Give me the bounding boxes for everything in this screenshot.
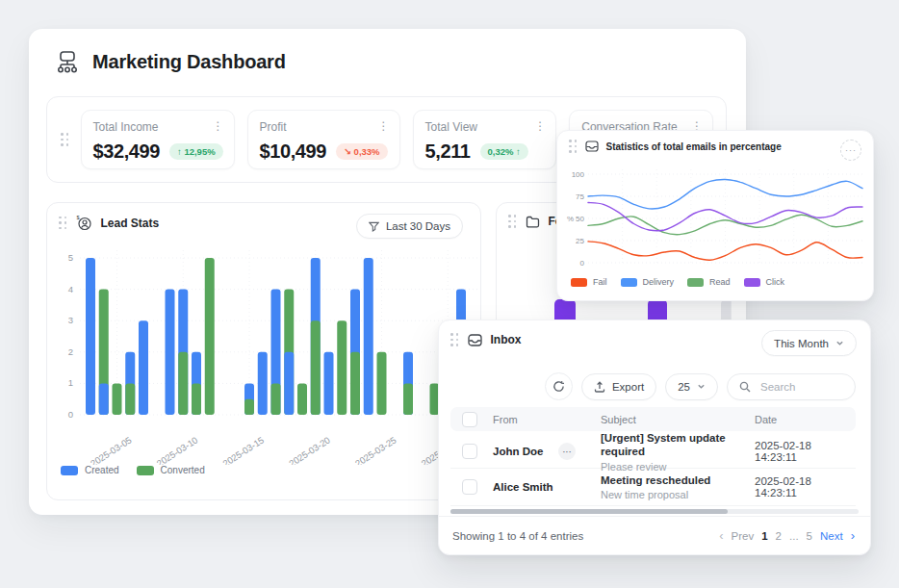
drag-handle[interactable] [508,215,517,228]
email-stats-legend: Fail Delivery Read Click [571,277,784,287]
trend-badge: ↘ 0,33% [336,143,388,160]
email-stats-chart: 0255075100% [563,156,869,273]
sender-name: Alice Smith [493,481,553,493]
table-row[interactable]: Alice Smith Meeting rescheduled New time… [450,469,856,506]
email-subject: Meeting rescheduled [601,473,751,487]
export-button[interactable]: Export [581,373,656,400]
svg-text:2025-03-25: 2025-03-25 [353,434,398,465]
drag-handle[interactable] [569,140,578,153]
click-legend-swatch [744,278,760,287]
read-legend-swatch [687,278,704,287]
last-30-days-filter-button[interactable]: Last 30 Days [356,214,463,239]
legend-label: Read [709,277,731,287]
page-1-button[interactable]: 1 [761,530,767,542]
drag-handle[interactable] [59,217,67,230]
drag-handle[interactable] [450,333,459,346]
column-header-date: Date [751,414,856,425]
delivery-legend-swatch [621,278,637,287]
folder-icon [526,216,540,228]
inbox-panel: Inbox This Month [438,320,871,555]
trend-badge: ↑ 12,95% [169,143,223,160]
legend-label: Created [85,465,119,475]
svg-text:75: 75 [576,192,584,201]
svg-text:3: 3 [68,315,73,325]
sitemap-icon [54,48,81,75]
inbox-table: From Subject Date John Doe ··· [Urgent] … [450,407,856,506]
filter-label: Last 30 Days [386,220,450,232]
prev-arrow[interactable]: ‹ [719,528,723,543]
svg-text:2: 2 [68,346,73,357]
legend-label: Click [766,277,785,287]
email-stats-panel: Statistics of total emails in percentage… [556,130,874,301]
inbox-title: Inbox [491,333,522,346]
page-5-button[interactable]: 5 [807,530,812,542]
svg-text:2025-03-10: 2025-03-10 [155,434,200,465]
next-button[interactable]: Next [820,530,843,542]
inbox-icon [468,334,482,346]
svg-text:0: 0 [580,259,585,268]
period-value: This Month [774,338,829,349]
svg-text:1: 1 [68,377,73,388]
column-header-subject: Subject [597,414,751,425]
lead-user-icon: $ [76,215,92,231]
mail-icon [585,141,599,152]
svg-text:4: 4 [68,284,73,294]
stat-card-total-view: Total View ⋮ 5,211 0,32% ↑ [413,110,557,169]
kebab-menu-icon[interactable]: ⋮ [532,118,548,134]
svg-text:$: $ [76,215,79,220]
svg-text:%: % [567,215,574,223]
column-header-from: From [489,414,597,425]
row-more-button[interactable]: ··· [558,443,576,460]
table-row[interactable]: John Doe ··· [Urgent] System update requ… [450,431,856,469]
lead-stats-chart: 0123452025-03-052025-03-102025-03-152025… [47,238,482,465]
page-size-value: 25 [678,381,690,393]
scrollbar-thumb[interactable] [450,509,728,514]
select-all-checkbox[interactable] [462,412,477,427]
svg-text:25: 25 [576,237,584,245]
row-checkbox[interactable] [462,444,477,459]
converted-legend-swatch [137,466,154,475]
email-preview: Please review [601,461,751,473]
next-arrow[interactable]: › [851,528,855,543]
legend-label: Converted [161,465,205,475]
refresh-button[interactable] [545,372,573,400]
inbox-toolbar: Export 25 [439,372,856,400]
stat-card-total-income: Total Income ⋮ $32,499 ↑ 12,95% [81,110,235,169]
svg-text:2025-03-20: 2025-03-20 [287,434,332,465]
page-ellipsis: ... [789,530,799,542]
email-subject: [Urgent] System update required [601,431,751,459]
entries-summary: Showing 1 to 4 of 4 entries [452,530,583,542]
page-background: Marketing Dashboard Total Income ⋮ $32,4… [0,0,899,588]
period-dropdown[interactable]: This Month [761,330,857,356]
horizontal-scrollbar [450,509,859,514]
export-label: Export [612,381,644,393]
search-box [727,373,856,400]
stat-title: Total View [425,120,545,134]
chevron-down-icon [835,339,844,347]
search-icon [739,381,751,393]
kebab-menu-icon[interactable]: ⋮ [376,118,392,134]
lead-stats-legend: Created Converted [61,465,205,475]
stat-card-profit: Profit ⋮ $10,499 ↘ 0,33% [247,110,400,169]
refresh-icon [552,380,565,393]
svg-text:2025-03-15: 2025-03-15 [220,434,266,465]
svg-text:0: 0 [68,409,73,420]
email-date: 2025-02-18 14:23:11 [751,475,856,499]
chevron-down-icon [697,382,706,391]
page-2-button[interactable]: 2 [776,530,782,542]
search-input[interactable] [758,380,849,394]
lead-stats-title: Lead Stats [101,217,160,230]
inbox-footer: Showing 1 to 4 of 4 entries ‹ Prev 1 2 .… [439,516,870,554]
fail-legend-swatch [571,278,587,287]
email-date: 2025-02-18 14:23:11 [751,440,856,463]
lead-stats-panel: $ Lead Stats Last 30 Days 0123452025-03-… [46,202,481,500]
prev-button[interactable]: Prev [732,530,755,542]
row-checkbox[interactable] [462,479,477,495]
svg-text:5: 5 [68,252,73,263]
sender-name: John Doe [493,446,543,457]
trend-badge: 0,32% ↑ [480,143,528,160]
legend-label: Delivery [643,277,675,287]
kebab-menu-icon[interactable]: ⋮ [211,118,226,134]
page-size-dropdown[interactable]: 25 [665,373,718,400]
drag-handle[interactable] [61,133,69,146]
